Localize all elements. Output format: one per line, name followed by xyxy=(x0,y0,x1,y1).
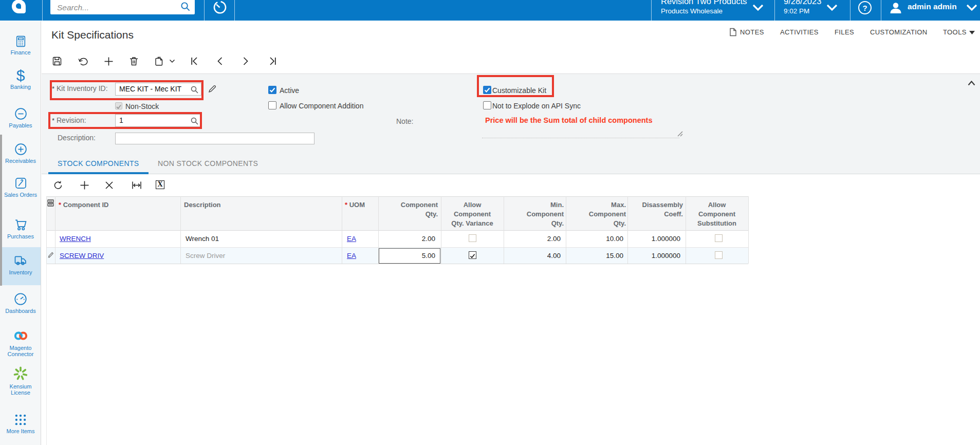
svg-text:?: ? xyxy=(862,4,867,12)
